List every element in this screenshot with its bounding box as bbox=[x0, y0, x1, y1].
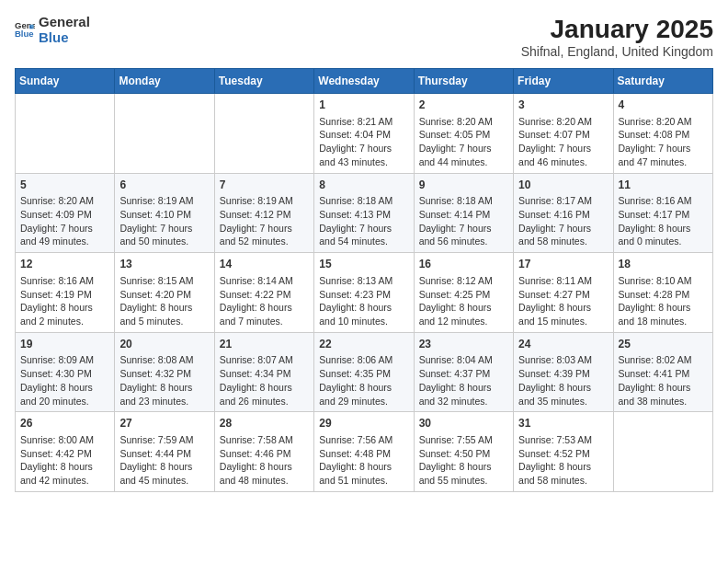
calendar-cell: 28Sunrise: 7:58 AMSunset: 4:46 PMDayligh… bbox=[214, 412, 313, 492]
calendar-cell: 20Sunrise: 8:08 AMSunset: 4:32 PMDayligh… bbox=[115, 332, 214, 412]
day-number: 29 bbox=[319, 416, 408, 431]
day-number: 4 bbox=[619, 98, 708, 113]
day-info: Sunrise: 8:21 AMSunset: 4:04 PMDaylight:… bbox=[319, 115, 408, 169]
day-info: Sunrise: 8:20 AMSunset: 4:09 PMDaylight:… bbox=[20, 194, 109, 248]
calendar-cell: 13Sunrise: 8:15 AMSunset: 4:20 PMDayligh… bbox=[115, 253, 214, 333]
calendar-cell: 19Sunrise: 8:09 AMSunset: 4:30 PMDayligh… bbox=[16, 332, 115, 412]
day-number: 3 bbox=[518, 98, 608, 113]
day-info: Sunrise: 8:10 AMSunset: 4:28 PMDaylight:… bbox=[619, 274, 708, 328]
day-info: Sunrise: 8:06 AMSunset: 4:35 PMDaylight:… bbox=[319, 353, 408, 408]
calendar-cell bbox=[613, 412, 712, 492]
calendar-cell bbox=[16, 94, 115, 174]
day-number: 21 bbox=[220, 337, 309, 352]
day-info: Sunrise: 8:18 AMSunset: 4:14 PMDaylight:… bbox=[419, 194, 508, 248]
day-number: 10 bbox=[518, 178, 608, 193]
logo: General Blue General Blue bbox=[15, 15, 90, 45]
day-number: 14 bbox=[220, 257, 309, 272]
day-number: 25 bbox=[619, 337, 708, 352]
day-number: 8 bbox=[319, 178, 408, 193]
day-info: Sunrise: 8:16 AMSunset: 4:17 PMDaylight:… bbox=[619, 194, 708, 248]
day-info: Sunrise: 8:04 AMSunset: 4:37 PMDaylight:… bbox=[419, 353, 508, 408]
calendar-cell: 4Sunrise: 8:20 AMSunset: 4:08 PMDaylight… bbox=[613, 94, 712, 174]
day-number: 17 bbox=[518, 257, 608, 272]
day-number: 1 bbox=[319, 98, 408, 113]
weekday-header-thursday: Thursday bbox=[414, 69, 513, 94]
calendar-cell: 10Sunrise: 8:17 AMSunset: 4:16 PMDayligh… bbox=[514, 173, 613, 253]
day-number: 13 bbox=[119, 257, 209, 272]
day-info: Sunrise: 7:58 AMSunset: 4:46 PMDaylight:… bbox=[220, 433, 309, 488]
day-number: 6 bbox=[119, 178, 209, 193]
calendar-cell: 21Sunrise: 8:07 AMSunset: 4:34 PMDayligh… bbox=[214, 332, 313, 412]
calendar-cell: 14Sunrise: 8:14 AMSunset: 4:22 PMDayligh… bbox=[214, 253, 313, 333]
logo-general-text: General bbox=[39, 15, 90, 30]
week-row-4: 19Sunrise: 8:09 AMSunset: 4:30 PMDayligh… bbox=[16, 332, 713, 412]
week-row-2: 5Sunrise: 8:20 AMSunset: 4:09 PMDaylight… bbox=[16, 173, 713, 253]
calendar-cell: 5Sunrise: 8:20 AMSunset: 4:09 PMDaylight… bbox=[16, 173, 115, 253]
day-number: 11 bbox=[619, 178, 708, 193]
calendar-cell: 6Sunrise: 8:19 AMSunset: 4:10 PMDaylight… bbox=[115, 173, 214, 253]
day-number: 31 bbox=[518, 416, 608, 431]
day-number: 9 bbox=[419, 178, 508, 193]
weekday-header-row: SundayMondayTuesdayWednesdayThursdayFrid… bbox=[16, 69, 713, 94]
calendar-cell: 16Sunrise: 8:12 AMSunset: 4:25 PMDayligh… bbox=[414, 253, 513, 333]
day-number: 2 bbox=[419, 98, 508, 113]
day-number: 7 bbox=[220, 178, 309, 193]
day-number: 20 bbox=[119, 337, 209, 352]
day-info: Sunrise: 8:09 AMSunset: 4:30 PMDaylight:… bbox=[20, 353, 109, 408]
day-info: Sunrise: 8:13 AMSunset: 4:23 PMDaylight:… bbox=[319, 274, 408, 328]
calendar-cell: 2Sunrise: 8:20 AMSunset: 4:05 PMDaylight… bbox=[414, 94, 513, 174]
day-number: 18 bbox=[619, 257, 708, 272]
day-info: Sunrise: 8:00 AMSunset: 4:42 PMDaylight:… bbox=[20, 433, 109, 488]
day-number: 27 bbox=[119, 416, 209, 431]
day-number: 19 bbox=[20, 337, 109, 352]
day-info: Sunrise: 8:14 AMSunset: 4:22 PMDaylight:… bbox=[220, 274, 309, 328]
day-number: 5 bbox=[20, 178, 109, 193]
calendar-cell: 29Sunrise: 7:56 AMSunset: 4:48 PMDayligh… bbox=[314, 412, 414, 492]
calendar-cell: 7Sunrise: 8:19 AMSunset: 4:12 PMDaylight… bbox=[214, 173, 313, 253]
calendar-cell bbox=[214, 94, 313, 174]
calendar-cell: 31Sunrise: 7:53 AMSunset: 4:52 PMDayligh… bbox=[514, 412, 613, 492]
day-number: 12 bbox=[20, 257, 109, 272]
day-info: Sunrise: 8:02 AMSunset: 4:41 PMDaylight:… bbox=[619, 353, 708, 408]
calendar-cell: 22Sunrise: 8:06 AMSunset: 4:35 PMDayligh… bbox=[314, 332, 414, 412]
calendar-cell: 24Sunrise: 8:03 AMSunset: 4:39 PMDayligh… bbox=[514, 332, 613, 412]
weekday-header-monday: Monday bbox=[115, 69, 214, 94]
week-row-5: 26Sunrise: 8:00 AMSunset: 4:42 PMDayligh… bbox=[16, 412, 713, 492]
day-info: Sunrise: 8:20 AMSunset: 4:08 PMDaylight:… bbox=[619, 115, 708, 169]
day-number: 15 bbox=[319, 257, 408, 272]
calendar-cell: 12Sunrise: 8:16 AMSunset: 4:19 PMDayligh… bbox=[16, 253, 115, 333]
calendar-cell: 26Sunrise: 8:00 AMSunset: 4:42 PMDayligh… bbox=[16, 412, 115, 492]
calendar-cell: 9Sunrise: 8:18 AMSunset: 4:14 PMDaylight… bbox=[414, 173, 513, 253]
day-info: Sunrise: 7:56 AMSunset: 4:48 PMDaylight:… bbox=[319, 433, 408, 488]
calendar-title: January 2025 bbox=[521, 15, 713, 44]
day-number: 26 bbox=[20, 416, 109, 431]
calendar-cell: 1Sunrise: 8:21 AMSunset: 4:04 PMDaylight… bbox=[314, 94, 414, 174]
day-number: 16 bbox=[419, 257, 508, 272]
calendar-cell: 8Sunrise: 8:18 AMSunset: 4:13 PMDaylight… bbox=[314, 173, 414, 253]
day-number: 28 bbox=[220, 416, 309, 431]
day-info: Sunrise: 8:19 AMSunset: 4:10 PMDaylight:… bbox=[119, 194, 209, 248]
day-number: 30 bbox=[419, 416, 508, 431]
calendar-cell: 30Sunrise: 7:55 AMSunset: 4:50 PMDayligh… bbox=[414, 412, 513, 492]
day-info: Sunrise: 8:20 AMSunset: 4:05 PMDaylight:… bbox=[419, 115, 508, 169]
logo-blue-text: Blue bbox=[39, 30, 90, 46]
page-header: General Blue General Blue January 2025 S… bbox=[15, 15, 713, 59]
day-info: Sunrise: 8:20 AMSunset: 4:07 PMDaylight:… bbox=[518, 115, 608, 169]
calendar-cell bbox=[115, 94, 214, 174]
calendar-cell: 18Sunrise: 8:10 AMSunset: 4:28 PMDayligh… bbox=[613, 253, 712, 333]
calendar-subtitle: Shifnal, England, United Kingdom bbox=[521, 44, 713, 59]
day-info: Sunrise: 8:08 AMSunset: 4:32 PMDaylight:… bbox=[119, 353, 209, 408]
weekday-header-friday: Friday bbox=[514, 69, 613, 94]
svg-text:Blue: Blue bbox=[15, 29, 34, 39]
day-info: Sunrise: 8:19 AMSunset: 4:12 PMDaylight:… bbox=[220, 194, 309, 248]
day-number: 23 bbox=[419, 337, 508, 352]
weekday-header-sunday: Sunday bbox=[16, 69, 115, 94]
day-info: Sunrise: 7:53 AMSunset: 4:52 PMDaylight:… bbox=[518, 433, 608, 488]
day-info: Sunrise: 8:12 AMSunset: 4:25 PMDaylight:… bbox=[419, 274, 508, 328]
weekday-header-tuesday: Tuesday bbox=[214, 69, 313, 94]
calendar-cell: 23Sunrise: 8:04 AMSunset: 4:37 PMDayligh… bbox=[414, 332, 513, 412]
day-info: Sunrise: 7:55 AMSunset: 4:50 PMDaylight:… bbox=[419, 433, 508, 488]
calendar-cell: 25Sunrise: 8:02 AMSunset: 4:41 PMDayligh… bbox=[613, 332, 712, 412]
calendar-cell: 27Sunrise: 7:59 AMSunset: 4:44 PMDayligh… bbox=[115, 412, 214, 492]
day-number: 22 bbox=[319, 337, 408, 352]
